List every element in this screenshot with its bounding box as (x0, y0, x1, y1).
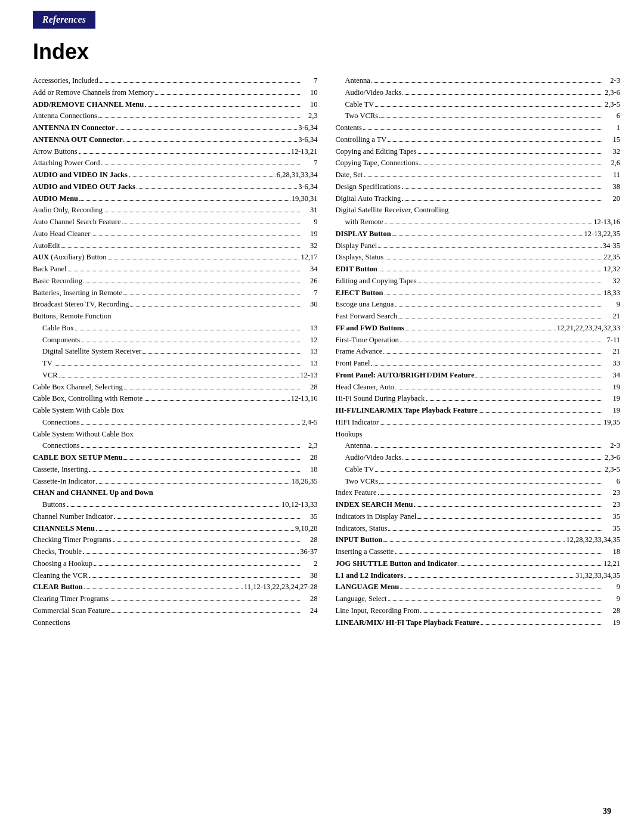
list-item: Add or Remove Channels from Memory10 (33, 87, 318, 99)
list-item: Index Feature23 (336, 487, 621, 499)
list-item: HI-FI/LINEAR/MIX Tape Playback Feature19 (336, 405, 621, 417)
list-item: Cable TV2,3-5 (336, 464, 621, 476)
list-item: Displays, Status22,35 (336, 252, 621, 264)
list-item: CLEAR Button11,12-13,22,23,24,27-28 (33, 581, 318, 593)
page-number: 39 (603, 807, 611, 816)
list-item: EDIT Button12,32 (336, 264, 621, 275)
list-item: INPUT Button12,28,32,33,34,35 (336, 534, 621, 546)
list-item: Design Specifications38 (336, 181, 621, 193)
list-item: LINEAR/MIX/ HI-FI Tape Playback Feature1… (336, 617, 621, 629)
list-item: EJECT Button18,33 (336, 287, 621, 299)
list-item: VCR12-13 (33, 370, 318, 382)
list-item: Two VCRs6 (336, 476, 621, 488)
right-column: Antenna2-3Audio/Video Jacks2,3-6Cable TV… (336, 75, 621, 628)
list-item: Antenna2-3 (336, 440, 621, 452)
list-item: Cassette-In Indicator18,26,35 (33, 476, 318, 488)
list-item: Two VCRs6 (336, 110, 621, 122)
list-item: Front Panel33 (336, 358, 621, 370)
left-column: Accessories, Included7Add or Remove Chan… (33, 75, 318, 628)
list-item: Cable TV2,3-5 (336, 99, 621, 111)
list-item: Editing and Copying Tapes32 (336, 275, 621, 287)
list-item: CHAN and CHANNEL Up and Down (33, 487, 318, 499)
list-item: DISPLAY Button12-13,22,35 (336, 228, 621, 240)
list-item: Escoge una Lengua9 (336, 299, 621, 311)
list-item: Antenna Connections2,3 (33, 110, 318, 122)
list-item: Copying Tape, Connections2,6 (336, 157, 621, 169)
list-item: Back Panel34 (33, 264, 318, 275)
list-item: Checks, Trouble36-37 (33, 546, 318, 558)
list-item: with Remote12-13,16 (336, 216, 621, 228)
list-item: AUX (Auxiliary) Button12,17 (33, 252, 318, 264)
list-item: AUDIO and VIDEO OUT Jacks3-6,34 (33, 181, 318, 193)
list-item: Cable System Without Cable Box (33, 429, 318, 441)
list-item: Indicators in Display Panel35 (336, 511, 621, 523)
list-item: JOG SHUTTLE Button and Indicator12,21 (336, 558, 621, 570)
list-item: Copying and Editing Tapes32 (336, 146, 621, 158)
list-item: Buttons10,12-13,33 (33, 499, 318, 511)
list-item: Controlling a TV15 (336, 134, 621, 146)
list-item: Fast Forward Search21 (336, 311, 621, 323)
list-item: Connections2,3 (33, 440, 318, 452)
list-item: Front Panel: AUTO/BRIGHT/DIM Feature34 (336, 370, 621, 382)
list-item: Audio/Video Jacks2,3-6 (336, 87, 621, 99)
list-item: Inserting a Cassette18 (336, 546, 621, 558)
list-item: ADD/REMOVE CHANNEL Menu10 (33, 99, 318, 111)
list-item: Cable Box13 (33, 323, 318, 335)
list-item: Audio Only, Recording31 (33, 205, 318, 216)
list-item: Cassette, Inserting18 (33, 464, 318, 476)
list-item: AUDIO Menu19,30,31 (33, 193, 318, 205)
list-item: Arrow Buttons12-13,21 (33, 146, 318, 158)
list-item: Antenna2-3 (336, 75, 621, 87)
list-item: Connections (33, 617, 318, 629)
list-item: Cable Box Channel, Selecting28 (33, 382, 318, 394)
list-item: AutoEdit32 (33, 240, 318, 252)
list-item: Cleaning the VCR38 (33, 570, 318, 582)
list-item: Head Cleaner, Auto19 (336, 382, 621, 394)
list-item: Commercial Scan Feature24 (33, 605, 318, 617)
list-item: Checking Timer Programs28 (33, 534, 318, 546)
list-item: Basic Recording26 (33, 275, 318, 287)
list-item: HIFI Indicator19,35 (336, 417, 621, 429)
list-item: Digital Satellite Receiver, Controlling (336, 205, 621, 216)
list-item: Contents1 (336, 122, 621, 134)
header-bar: References (33, 11, 95, 29)
list-item: Hi-Fi Sound During Playback19 (336, 393, 621, 405)
list-item: Cable Box, Controlling with Remote12-13,… (33, 393, 318, 405)
list-item: Clearing Timer Programs28 (33, 593, 318, 605)
list-item: Audio/Video Jacks2,3-6 (336, 452, 621, 464)
list-item: Choosing a Hookup2 (33, 558, 318, 570)
list-item: Language, Select9 (336, 593, 621, 605)
list-item: Frame Advance21 (336, 346, 621, 358)
list-item: L1 and L2 Indicators31,32,33,34,35 (336, 570, 621, 582)
list-item: CABLE BOX SETUP Menu28 (33, 452, 318, 464)
list-item: Indicators, Status35 (336, 523, 621, 535)
list-item: Attaching Power Cord7 (33, 157, 318, 169)
list-item: Display Panel34-35 (336, 240, 621, 252)
list-item: First-Time Operation7-11 (336, 335, 621, 346)
list-item: Auto Channel Search Feature9 (33, 216, 318, 228)
list-item: Accessories, Included7 (33, 75, 318, 87)
list-item: Digital Auto Tracking20 (336, 193, 621, 205)
list-item: TV13 (33, 358, 318, 370)
list-item: Auto Head Cleaner19 (33, 228, 318, 240)
list-item: CHANNELS Menu9,10,28 (33, 523, 318, 535)
list-item: AUDIO and VIDEO IN Jacks6,28,31,33,34 (33, 169, 318, 181)
list-item: Line Input, Recording From28 (336, 605, 621, 617)
list-item: Broadcast Stereo TV, Recording30 (33, 299, 318, 311)
list-item: Channel Number Indicator35 (33, 511, 318, 523)
page-title: Index (33, 39, 644, 64)
list-item: Digital Satellite System Receiver13 (33, 346, 318, 358)
list-item: ANTENNA IN Connector3-6,34 (33, 122, 318, 134)
list-item: FF and FWD Buttons12,21,22,23,24,32,33 (336, 323, 621, 335)
list-item: Connections2,4-5 (33, 417, 318, 429)
list-item: INDEX SEARCH Menu23 (336, 499, 621, 511)
list-item: Hookups (336, 429, 621, 441)
list-item: Date, Set11 (336, 169, 621, 181)
list-item: ANTENNA OUT Connector3-6,34 (33, 134, 318, 146)
list-item: Buttons, Remote Function (33, 311, 318, 323)
list-item: Batteries, Inserting in Remote7 (33, 287, 318, 299)
list-item: Components12 (33, 335, 318, 346)
list-item: Cable System With Cable Box (33, 405, 318, 417)
list-item: LANGUAGE Menu9 (336, 581, 621, 593)
index-content: Accessories, Included7Add or Remove Chan… (33, 75, 620, 628)
